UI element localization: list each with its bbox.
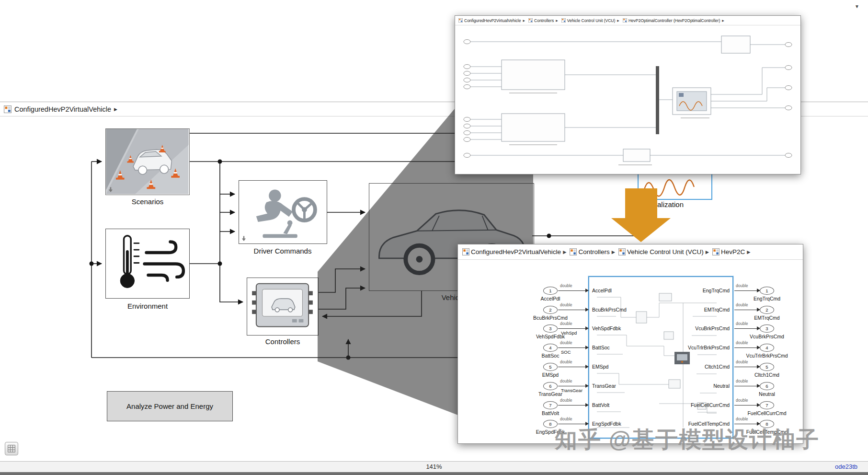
- signal-wire: [734, 328, 757, 329]
- inport-BattSoc[interactable]: 4: [543, 344, 558, 352]
- block-inport-label: AccelPdl: [592, 288, 612, 293]
- optimal-controller-canvas[interactable]: [456, 25, 800, 174]
- zoom-level: 141%: [426, 463, 442, 470]
- solver-link[interactable]: ode23tb: [835, 463, 857, 470]
- outport-Neutral[interactable]: 6: [760, 382, 774, 390]
- breadcrumb-separator-icon: ▶: [563, 249, 566, 255]
- breadcrumb-item[interactable]: Controllers: [534, 18, 554, 23]
- breadcrumb-item[interactable]: Vehicle Control Unit (VCU): [567, 18, 616, 23]
- port-name-label: EMTrqCmd: [726, 315, 803, 321]
- block-inport-label: TransGear: [592, 383, 616, 389]
- inport-BcuBrkPrsCmd[interactable]: 2: [543, 306, 558, 314]
- datatype-label: double: [736, 359, 748, 364]
- driver-icon: [239, 181, 326, 243]
- inport-BattVolt[interactable]: 7: [543, 401, 558, 409]
- wire-arrowhead-icon: [585, 422, 589, 426]
- vehicle-label: Vehic: [442, 293, 459, 301]
- breadcrumb-item[interactable]: ConfiguredHevP2VirtualVehicle: [464, 18, 521, 23]
- optimal-controller-window: ConfiguredHevP2VirtualVehicle▶Controller…: [455, 15, 801, 174]
- model-browser-toggle-button[interactable]: [5, 442, 18, 455]
- breadcrumb-separator-icon: ▶: [556, 19, 558, 22]
- outport-VcuTrlrBrkPrsCmd[interactable]: 4: [760, 344, 774, 352]
- datatype-label: double: [560, 359, 572, 364]
- wire-arrowhead-icon: [585, 365, 589, 369]
- outport-VcuBrkPrsCmd[interactable]: 3: [760, 324, 774, 333]
- wire-arrowhead-icon: [585, 289, 589, 292]
- subsystem-icon: [462, 248, 469, 255]
- driver-commands-block[interactable]: [239, 180, 327, 244]
- chevron-down-icon[interactable]: ▼: [855, 4, 859, 9]
- port-name-label: TransGear: [510, 391, 591, 397]
- datatype-label: double: [560, 321, 572, 326]
- subsystem-icon: [561, 18, 566, 23]
- datatype-label: double: [560, 398, 572, 403]
- port-name-label: Neutral: [726, 391, 803, 397]
- inport-EngSpdFdbk[interactable]: 8: [543, 420, 558, 428]
- inport-EMSpd[interactable]: 5: [543, 363, 558, 371]
- block-outport-label: Neutral: [658, 383, 730, 389]
- block-inport-label: BattVolt: [592, 402, 609, 408]
- inport-TransGear[interactable]: 6: [543, 382, 558, 390]
- breadcrumb-separator-icon: ▶: [722, 19, 724, 22]
- outport-EMTrqCmd[interactable]: 2: [760, 306, 774, 314]
- wire-arrowhead-icon: [585, 308, 589, 312]
- datatype-label: double: [736, 398, 748, 403]
- window-bottom-edge: [0, 472, 868, 475]
- breadcrumb-item[interactable]: Controllers: [578, 248, 609, 255]
- inport-AccelPdl[interactable]: 1: [543, 287, 558, 295]
- breadcrumb-item-root[interactable]: ConfiguredHevP2VirtualVehicle: [14, 105, 111, 113]
- environment-label: Environment: [127, 302, 168, 310]
- outport-EngTrqCmd[interactable]: 1: [760, 287, 774, 295]
- outport-FuelCellTempCmd[interactable]: 8: [760, 420, 774, 428]
- signal-wire: [734, 367, 757, 367]
- ecu-icon: [247, 278, 318, 335]
- scenarios-block[interactable]: [105, 128, 190, 195]
- breadcrumb-item[interactable]: Vehicle Control Unit (VCU): [627, 248, 704, 255]
- popup-top-breadcrumb: ConfiguredHevP2VirtualVehicle▶Controller…: [455, 16, 800, 25]
- breadcrumb-separator-icon: ▶: [612, 249, 615, 255]
- wire-arrowhead-icon: [585, 384, 589, 388]
- port-name-label: FuelCellCurrCmd: [726, 410, 803, 416]
- breadcrumb-item[interactable]: HevP2OptimalController (HevP2OptimalCont…: [628, 18, 720, 23]
- outport-Cltch1Cmd[interactable]: 5: [760, 363, 774, 371]
- port-name-label: FuelCellTempCmd: [726, 429, 803, 435]
- datatype-label: double: [560, 340, 572, 345]
- vcu-controller-canvas[interactable]: 1doubleAccelPdlAccelPdl2doubleBcuBrkPrsC…: [458, 260, 803, 443]
- scenarios-thumbnail: [106, 129, 189, 194]
- port-name-label: VehSpdFdbk: [510, 334, 591, 339]
- inport-VehSpdFdbk[interactable]: 3: [543, 324, 558, 333]
- port-name-label: BattVolt: [510, 410, 591, 416]
- environment-block[interactable]: [105, 229, 190, 299]
- breadcrumb-item[interactable]: ConfiguredHevP2VirtualVehicle: [471, 248, 561, 255]
- zoom-arrow: [608, 187, 673, 244]
- variant-badge-icon: [107, 186, 114, 193]
- block-outport-label: Cltch1Cmd: [658, 364, 730, 370]
- subsystem-icon: [458, 18, 463, 23]
- datatype-label: double: [560, 302, 572, 307]
- wire-arrowhead-icon: [585, 403, 589, 407]
- block-inport-label: EngSpdFdbk: [592, 421, 621, 427]
- signal-wire: [734, 405, 757, 405]
- subsystem-icon: [528, 18, 533, 23]
- subsystem-icon: [712, 248, 720, 255]
- block-inport-label: EMSpd: [592, 364, 608, 370]
- wire-arrowhead-icon: [585, 326, 589, 330]
- controller-schematic: [456, 25, 800, 174]
- datatype-label: double: [560, 417, 572, 421]
- signal-wire: [558, 367, 585, 367]
- breadcrumb-item[interactable]: HevP2C: [721, 248, 745, 255]
- block-outport-label: FuelCellCurrCmd: [658, 402, 730, 408]
- driver-commands-label: Driver Commands: [254, 247, 312, 255]
- outport-FuelCellCurrCmd[interactable]: 7: [760, 401, 774, 409]
- port-name-label: VcuBrkPrsCmd: [726, 334, 803, 339]
- controllers-block[interactable]: [247, 278, 319, 336]
- signal-wire: [734, 386, 757, 386]
- model-icon: [4, 105, 11, 113]
- vcu-controller-window: ConfiguredHevP2VirtualVehicle▶Controller…: [457, 244, 803, 444]
- subsystem-icon: [570, 248, 577, 255]
- datatype-label: double: [736, 302, 748, 307]
- port-name-label: EngTrqCmd: [726, 296, 803, 301]
- signal-wire: [558, 328, 585, 329]
- datatype-label: double: [736, 321, 748, 326]
- analyze-power-energy-button[interactable]: Analyze Power and Energy: [107, 391, 233, 421]
